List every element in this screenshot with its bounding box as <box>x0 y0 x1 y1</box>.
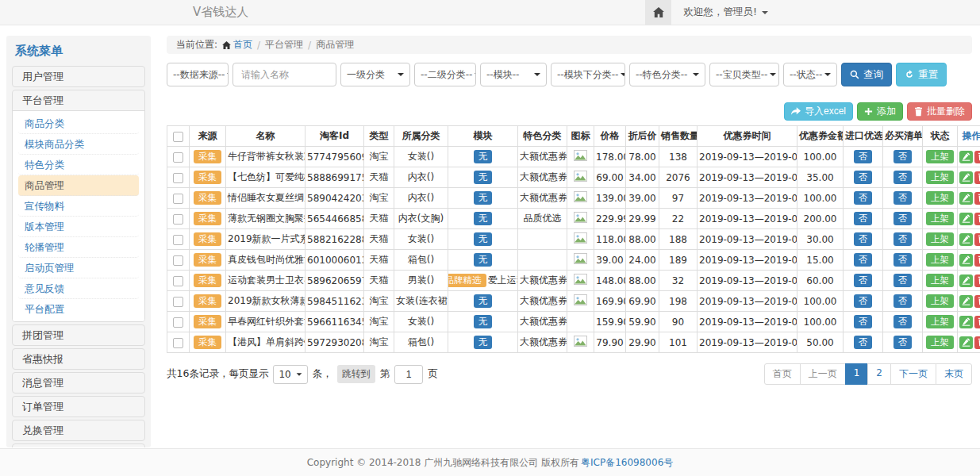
edit-button[interactable] <box>959 274 973 287</box>
delete-button[interactable] <box>974 233 980 246</box>
imported-toggle-button[interactable]: 否 <box>854 253 873 267</box>
select-all-checkbox[interactable] <box>173 132 183 142</box>
search-button[interactable]: 查询 <box>841 63 892 86</box>
sidebar-item-version-management[interactable]: 版本管理 <box>18 217 139 237</box>
delete-button[interactable] <box>974 336 980 349</box>
edit-button[interactable] <box>959 171 973 184</box>
row-checkbox[interactable] <box>173 338 183 348</box>
row-checkbox[interactable] <box>173 276 183 286</box>
jump-button[interactable]: 跳转到 <box>337 365 375 383</box>
imported-toggle-button[interactable]: 否 <box>854 212 873 225</box>
page-number-input[interactable] <box>394 365 423 384</box>
imported-toggle-button[interactable]: 否 <box>854 336 873 349</box>
row-checkbox[interactable] <box>173 214 183 225</box>
sidebar-item-promo-materials[interactable]: 宣传物料 <box>18 196 139 217</box>
page-first-button[interactable]: 首页 <box>764 363 801 385</box>
status-button[interactable]: 上架 <box>926 336 954 349</box>
sidebar-item-module-product-category[interactable]: 模块商品分类 <box>18 134 139 155</box>
sidebar-section-group-buy-management[interactable]: 拼团管理 <box>13 325 144 345</box>
must-buy-toggle-button[interactable]: 否 <box>894 336 913 349</box>
sidebar-section-withdraw-management[interactable]: 提现管理 <box>13 444 144 447</box>
page-next-button[interactable]: 下一页 <box>890 363 936 385</box>
must-buy-toggle-button[interactable]: 否 <box>894 191 913 205</box>
edit-button[interactable] <box>959 254 973 267</box>
status-button[interactable]: 上架 <box>926 274 954 287</box>
must-buy-toggle-button[interactable]: 否 <box>894 150 913 163</box>
sidebar-item-feedback[interactable]: 意见反馈 <box>18 278 139 299</box>
page-2-button[interactable]: 2 <box>867 363 891 385</box>
status-button[interactable]: 上架 <box>926 191 954 205</box>
edit-button[interactable] <box>959 192 973 205</box>
imported-toggle-button[interactable]: 否 <box>854 315 873 328</box>
edit-button[interactable] <box>959 295 973 308</box>
status-button[interactable]: 上架 <box>926 315 954 328</box>
sidebar-section-user-management[interactable]: 用户管理 <box>13 67 144 86</box>
row-checkbox[interactable] <box>173 297 183 307</box>
add-button[interactable]: 添加 <box>857 102 903 121</box>
delete-button[interactable] <box>974 254 980 267</box>
status-button[interactable]: 上架 <box>926 150 954 163</box>
imported-toggle-button[interactable]: 否 <box>854 191 873 205</box>
page-last-button[interactable]: 末页 <box>936 363 972 385</box>
page-prev-button[interactable]: 上一页 <box>800 363 846 385</box>
edit-button[interactable] <box>959 233 973 246</box>
status-button[interactable]: 上架 <box>926 232 954 246</box>
row-checkbox[interactable] <box>173 152 183 163</box>
reset-button[interactable]: 重置 <box>896 63 947 86</box>
level2-category-select[interactable]: --二级分类-- <box>414 63 476 86</box>
imported-toggle-button[interactable]: 否 <box>854 232 873 246</box>
must-buy-toggle-button[interactable]: 否 <box>894 274 913 287</box>
module-select[interactable]: --模块-- <box>480 63 547 86</box>
sidebar-section-platform-management[interactable]: 平台管理 <box>13 90 144 110</box>
edit-button[interactable] <box>959 151 973 163</box>
status-select[interactable]: --状态-- <box>783 63 837 86</box>
row-checkbox[interactable] <box>173 173 183 183</box>
row-checkbox[interactable] <box>173 255 183 266</box>
feature-category-select[interactable]: --特色分类-- <box>629 63 705 86</box>
delete-button[interactable] <box>974 151 980 163</box>
status-button[interactable]: 上架 <box>926 212 954 225</box>
delete-button[interactable] <box>974 295 980 308</box>
data-source-select[interactable]: --数据来源-- <box>167 63 229 86</box>
edit-button[interactable] <box>959 336 973 349</box>
sidebar-item-product-category[interactable]: 商品分类 <box>18 113 139 134</box>
home-button[interactable] <box>645 0 671 25</box>
module-subcategory-select[interactable]: --模块下分类-- <box>551 63 625 86</box>
sidebar-item-splash-page-management[interactable]: 启动页管理 <box>18 258 139 278</box>
must-buy-toggle-button[interactable]: 否 <box>894 212 913 225</box>
sidebar-item-platform-config[interactable]: 平台配置 <box>18 299 139 319</box>
page-1-button[interactable]: 1 <box>845 363 869 385</box>
delete-button[interactable] <box>974 316 980 328</box>
sidebar-section-exchange-management[interactable]: 兑换管理 <box>13 420 144 440</box>
sidebar-section-order-management[interactable]: 订单管理 <box>13 397 144 416</box>
status-button[interactable]: 上架 <box>926 171 954 184</box>
must-buy-toggle-button[interactable]: 否 <box>894 171 913 184</box>
must-buy-toggle-button[interactable]: 否 <box>894 253 913 267</box>
breadcrumb-home-link[interactable]: 首页 <box>222 38 252 52</box>
user-menu[interactable]: 欢迎您，管理员! <box>671 6 780 19</box>
imported-toggle-button[interactable]: 否 <box>854 294 873 308</box>
item-type-select[interactable]: --宝贝类型-- <box>709 63 779 86</box>
imported-toggle-button[interactable]: 否 <box>854 171 873 184</box>
batch-delete-button[interactable]: 批量删除 <box>907 102 972 121</box>
imported-toggle-button[interactable]: 否 <box>854 274 873 287</box>
status-button[interactable]: 上架 <box>926 253 954 267</box>
delete-button[interactable] <box>974 213 980 225</box>
status-button[interactable]: 上架 <box>926 294 954 308</box>
per-page-select[interactable]: 10 <box>273 365 307 384</box>
edit-button[interactable] <box>959 213 973 225</box>
must-buy-toggle-button[interactable]: 否 <box>894 294 913 308</box>
delete-button[interactable] <box>974 192 980 205</box>
edit-button[interactable] <box>959 316 973 328</box>
imported-toggle-button[interactable]: 否 <box>854 150 873 163</box>
sidebar-section-saving-news[interactable]: 省惠快报 <box>13 349 144 369</box>
row-checkbox[interactable] <box>173 317 183 328</box>
must-buy-toggle-button[interactable]: 否 <box>894 315 913 328</box>
name-search-input[interactable] <box>233 63 336 86</box>
delete-button[interactable] <box>974 274 980 287</box>
icp-link[interactable]: 粤ICP备16098006号 <box>581 456 673 470</box>
delete-button[interactable] <box>974 171 980 184</box>
must-buy-toggle-button[interactable]: 否 <box>894 232 913 246</box>
import-excel-button[interactable]: 导入excel <box>784 102 853 121</box>
sidebar-item-product-management[interactable]: 商品管理 <box>18 175 139 196</box>
